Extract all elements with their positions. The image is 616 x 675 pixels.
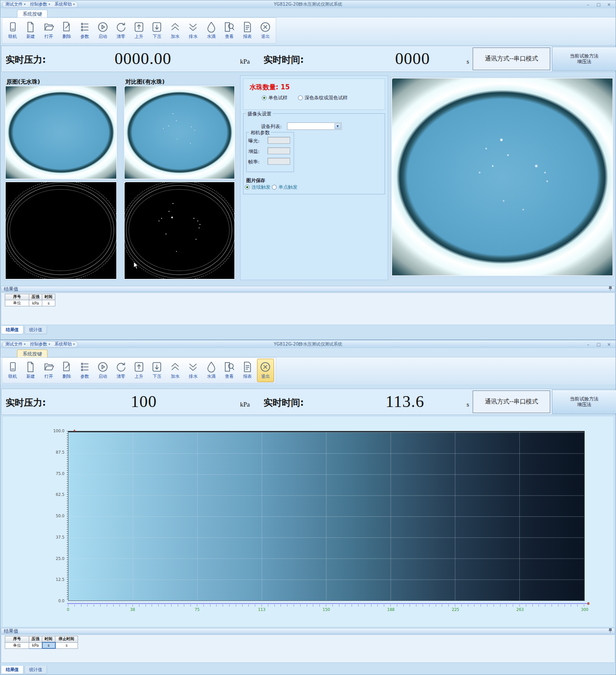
single-trigger-radio[interactable]: 单点触发: [272, 184, 298, 190]
menu-bar: 测试文件▾ 控制参数▾ 系统帮助▾: [2, 1, 78, 8]
tab-system-keys[interactable]: 系统按键: [17, 10, 47, 18]
time-unit: s: [467, 58, 469, 65]
water-drop-button[interactable]: 水滴: [203, 19, 220, 42]
chevron-down-icon: ▾: [73, 343, 75, 346]
framerate-input[interactable]: [267, 158, 290, 165]
menu-system-help[interactable]: 系统帮助▾: [54, 341, 75, 347]
y-axis-end-marker: [74, 430, 75, 431]
x-tick-label: 75: [195, 607, 200, 612]
view-button[interactable]: 查看: [221, 19, 238, 42]
open-folder-icon: [43, 361, 54, 373]
droplet-count-box: 水珠数量: 15 单色试样 深色条纹或混色试样: [243, 78, 385, 110]
delete-button[interactable]: 删除: [58, 19, 75, 42]
start-button[interactable]: 启动: [94, 19, 111, 42]
reset-zero-button[interactable]: 清零: [112, 19, 129, 42]
time-value: 113.6: [386, 392, 424, 411]
exit-button[interactable]: 退出: [257, 359, 274, 382]
add-water-button[interactable]: 加水: [166, 19, 183, 42]
tab-system-keys[interactable]: 系统按键: [17, 349, 47, 358]
exposure-input[interactable]: [267, 137, 290, 144]
results-table-area: 序号 压强 时间 单位 kPa s: [1, 292, 615, 325]
status-panel: 实时压力: 100 kPa 实时时间: 113.6 s 通讯方式--串口模式 当…: [2, 389, 615, 414]
exit-icon: [260, 361, 271, 373]
y-tick-label: 12.5: [47, 577, 64, 582]
menu-test-file[interactable]: 测试文件▾: [5, 341, 26, 347]
menu-control-params[interactable]: 控制参数▾: [30, 1, 51, 7]
gain-label: 增益:: [248, 148, 260, 155]
add-water-icon: [169, 361, 181, 373]
maximize-button[interactable]: □: [596, 2, 602, 7]
live-camera-image: [391, 78, 613, 276]
results-panel-header: 结果值: [1, 628, 615, 634]
pin-icon[interactable]: [609, 628, 612, 634]
comm-mode-button[interactable]: 通讯方式--串口模式: [473, 390, 550, 413]
new-button[interactable]: 新建: [22, 19, 39, 42]
table-unit-row: 单位 kPa s s: [5, 642, 78, 648]
window-controls: – □ ×: [585, 342, 616, 347]
press-down-button[interactable]: 下压: [149, 19, 166, 42]
menu-system-help[interactable]: 系统帮助▾: [54, 1, 75, 7]
view-button[interactable]: 查看: [221, 359, 238, 382]
tab-statistics[interactable]: 统计值: [24, 326, 47, 334]
water-drop-icon: [206, 21, 217, 33]
time-value: 0000: [395, 49, 430, 68]
framerate-label: 帧率:: [248, 159, 260, 165]
chevron-down-icon[interactable]: ▼: [335, 123, 341, 129]
image-save-title: 图片保存: [246, 177, 265, 184]
maximize-button[interactable]: □: [596, 342, 602, 347]
rise-button[interactable]: 上升: [130, 19, 147, 42]
parameters-button[interactable]: 参数: [76, 359, 93, 382]
pressure-value: 0000.00: [115, 49, 172, 68]
x-axis-ticks: [68, 604, 585, 607]
open-button[interactable]: 打开: [40, 359, 57, 382]
connect-button[interactable]: 联机: [4, 359, 21, 382]
menu-control-params[interactable]: 控制参数▾: [30, 341, 51, 347]
selected-cell: s: [42, 642, 55, 648]
mono-sample-radio[interactable]: 单色试样: [262, 95, 288, 101]
detected-droplet-dots: [125, 182, 125, 183]
drain-water-button[interactable]: 排水: [185, 359, 202, 382]
delete-button[interactable]: 删除: [58, 359, 75, 382]
close-button[interactable]: ×: [606, 2, 612, 7]
add-water-button[interactable]: 加水: [166, 359, 183, 382]
drain-water-button[interactable]: 排水: [185, 19, 202, 42]
water-drop-button[interactable]: 水滴: [203, 359, 220, 382]
radio-icon: [298, 95, 303, 100]
tab-results[interactable]: 结果值: [1, 666, 24, 674]
new-button[interactable]: 新建: [22, 359, 39, 382]
exit-button[interactable]: 退出: [257, 19, 274, 42]
pressure-unit: kPa: [240, 401, 250, 408]
pin-icon[interactable]: [609, 286, 612, 292]
continuous-trigger-radio[interactable]: 连续触发: [245, 184, 271, 190]
minimize-button[interactable]: –: [585, 342, 591, 347]
test-method-button[interactable]: 当前试验方法 增压法: [552, 390, 616, 414]
menu-bar: 测试文件▾ 控制参数▾ 系统帮助▾: [2, 341, 78, 348]
test-method-button[interactable]: 当前试验方法 增压法: [552, 47, 616, 71]
compare-sample-image: [124, 85, 235, 180]
chevron-down-icon: ▾: [49, 3, 51, 6]
report-button[interactable]: 报表: [239, 359, 256, 382]
table-header-row: 序号 压强 时间 停止时间: [5, 636, 78, 643]
minimize-button[interactable]: –: [585, 2, 591, 7]
tab-results[interactable]: 结果值: [1, 326, 24, 334]
start-button[interactable]: 启动: [94, 359, 111, 382]
close-button[interactable]: ×: [606, 342, 612, 347]
reset-zero-button[interactable]: 清零: [112, 359, 129, 382]
parameters-button[interactable]: 参数: [76, 19, 93, 42]
menu-test-file[interactable]: 测试文件▾: [5, 1, 26, 7]
device-list-select[interactable]: ▼: [287, 122, 342, 130]
results-table[interactable]: 序号 压强 时间 单位 kPa s: [5, 294, 55, 306]
rise-button[interactable]: 上升: [130, 359, 147, 382]
tab-statistics[interactable]: 统计值: [24, 666, 47, 674]
delete-icon: [61, 21, 72, 33]
dark-sample-radio[interactable]: 深色条纹或混色试样: [298, 95, 348, 101]
open-button[interactable]: 打开: [40, 19, 57, 42]
x-tick-label: 300: [581, 607, 588, 612]
comm-mode-button[interactable]: 通讯方式--串口模式: [473, 47, 550, 70]
results-table[interactable]: 序号 压强 时间 停止时间 单位 kPa s s: [5, 636, 78, 649]
connect-button[interactable]: 联机: [4, 19, 21, 42]
report-button[interactable]: 报表: [239, 19, 256, 42]
press-down-button[interactable]: 下压: [149, 359, 166, 382]
toolbar-row: 联机 新建 打开 删除 参数 启动 清零 上升 下压 加水 排水 水滴 查看 报…: [0, 17, 616, 44]
gain-input[interactable]: [267, 147, 290, 154]
